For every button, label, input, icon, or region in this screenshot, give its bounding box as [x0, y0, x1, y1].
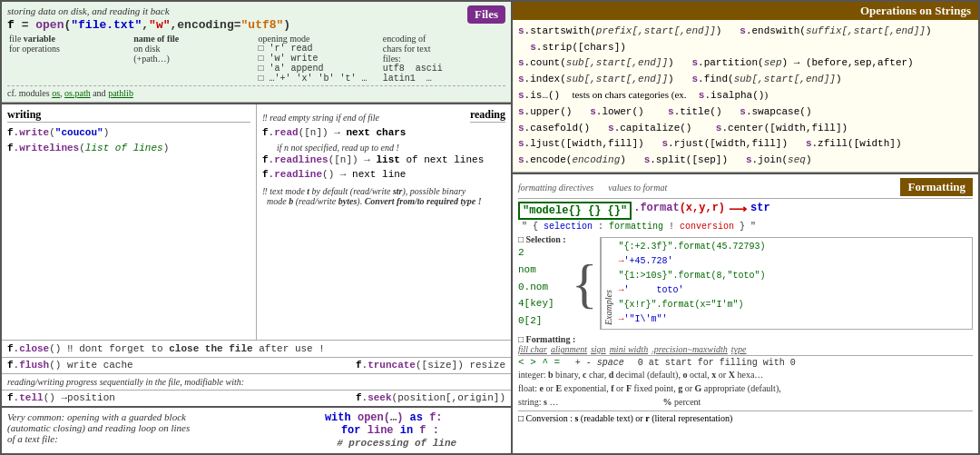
ops-line-5: s.upper() s.lower() s.title() s.swapcase…: [518, 104, 973, 121]
ops-line-1: s.startswith(prefix[,start[,end]]) s.end…: [518, 24, 973, 55]
right-panel: Operations on Strings s.startswith(prefi…: [513, 0, 980, 455]
files-intro: storing data on disk, and reading it bac…: [7, 5, 505, 16]
right-inner: Operations on Strings s.startswith(prefi…: [513, 2, 978, 453]
int-float-str: integer: b binary, c char, d decimal (de…: [518, 368, 973, 409]
ftruncate-code: f.truncate([size]) resize: [356, 360, 505, 371]
with-open-left: Very common: opening with a guarded bloc…: [2, 408, 257, 453]
fmt-directives-label: formatting directives: [518, 183, 593, 193]
ann-opening-mode: opening mode 'r' read 'w' write 'a' appe…: [257, 34, 381, 84]
fmt-model-row: "modele{} {} {}" .format (x,y,r) ⟶ str: [518, 202, 973, 220]
fseek-code: f.seek(position[,origin]): [356, 392, 505, 403]
freadlines-code: f.readlines([n]) → list of next lines: [262, 153, 505, 168]
zero-note: 0 at start for filling with 0: [638, 358, 796, 368]
writing-reading-section: writing f.write("coucou") f.writelines(l…: [2, 103, 511, 340]
ann-file-var: file variablefor operations: [7, 34, 132, 84]
ftell-code: f.tell() →position: [7, 392, 115, 403]
mini-width-label: mini width: [610, 344, 649, 354]
formatting-section: formatting directives values to format F…: [513, 174, 978, 453]
progress-note: reading/writing progress sequentially in…: [2, 373, 511, 390]
reading-col: ‼ read empty string if end of file readi…: [257, 104, 511, 340]
files-badge: Files: [467, 5, 505, 24]
freadline-code: f.readline() → next line: [262, 167, 505, 183]
fmt-model: "modele{} {} {}": [523, 204, 627, 217]
fmt-arrow: ⟶: [729, 202, 747, 217]
write-code: f.write("coucou"): [7, 125, 250, 141]
cf-modules: cf. modules os, os.path and pathlib: [7, 85, 505, 98]
text-mode-note: ‼ text mode t by default (read/write str…: [262, 186, 505, 206]
with-code: with open(…) as f: for line in f : # pro…: [262, 411, 506, 450]
fmt-ret: str: [750, 202, 770, 214]
examples-box: Examples "{:+2.3f}".format(45.72793) →'+…: [600, 237, 973, 330]
examples-content: "{:+2.3f}".format(45.72793) →'+45.728' "…: [615, 238, 769, 329]
ops-line-7: s.ljust([width,fill]) s.rjust([width,fil…: [518, 136, 973, 153]
fill-chars-row: < > ^ = + - space 0 at start for filling…: [518, 357, 973, 368]
flush-truncate-section: f.flush() write cache f.truncate([size])…: [2, 357, 511, 373]
fread-code: f.read([n]) → next chars: [262, 125, 505, 141]
fread-note: if n not specified, read up to end !: [277, 143, 505, 153]
formatting-sub: □ Formatting : fill char alignment sign …: [518, 334, 973, 423]
ops-line-3: s.index(sub[,start[,end]]) s.find(sub[,s…: [518, 72, 973, 88]
files-annotations: file variablefor operations name of file…: [7, 34, 505, 84]
ops-block: Operations on Strings s.startswith(prefi…: [513, 2, 978, 174]
progress-text: reading/writing progress sequentially in…: [7, 377, 505, 387]
ann-name-of-file: name of fileon disk(+path…): [132, 34, 256, 84]
writing-title: writing: [7, 108, 250, 123]
selection-block: □ Selection : 2nom0.nom4[key]0[2]: [518, 234, 566, 332]
ops-line-2: s.count(sub[,start[,end]]) s.partition(s…: [518, 55, 973, 72]
fmt-values-label: values to format: [608, 183, 667, 193]
ops-header: Operations on Strings: [513, 2, 978, 20]
ops-line-8: s.encode(encoding) s.split([sep]) s.join…: [518, 153, 973, 169]
type-row: fill char alignment sign mini width .pre…: [518, 344, 973, 356]
fmt-selection-line: " { selection : formatting ! conversion …: [522, 222, 973, 232]
fmt-header: Formatting: [900, 178, 973, 196]
reading-title: reading: [470, 108, 505, 123]
with-open-right: with open(…) as f: for line in f : # pro…: [257, 408, 512, 453]
type-label: type: [731, 344, 747, 354]
precision-label: .precision~maxwidth: [652, 344, 728, 354]
tell-seek-section: f.tell() →position f.seek(position[,orig…: [2, 390, 511, 406]
selection-examples: □ Selection : 2nom0.nom4[key]0[2] { Exam…: [518, 234, 973, 332]
fmt-fn: .format: [633, 202, 679, 214]
files-header: storing data on disk, and reading it bac…: [2, 2, 511, 103]
formatting-label: □ Formatting :: [518, 334, 973, 344]
alignment-label: alignment: [551, 344, 587, 354]
writelines-code: f.writelines(list of lines): [7, 141, 250, 156]
brace-icon: {: [570, 234, 600, 332]
fclose-code: f.close() ‼ dont forget to close the fil…: [7, 343, 505, 354]
selection-items: 2nom0.nom4[key]0[2]: [518, 244, 566, 329]
ops-line-4: s.is…() tests on chars categories (ex. s…: [518, 87, 973, 104]
fill-char-label: fill char: [518, 344, 547, 354]
read-empty-note: ‼ read empty string if end of file: [262, 113, 379, 123]
open-line: f = open("file.txt","w",encoding="utf8"): [7, 18, 505, 32]
ops-line-6: s.casefold() s.capitalize() s.center([wi…: [518, 121, 973, 137]
conversion-line: □ Conversion : s (readable text) or r (l…: [518, 410, 973, 423]
close-section: f.close() ‼ dont forget to close the fil…: [2, 340, 511, 357]
with-open-section: Very common: opening with a guarded bloc…: [2, 406, 511, 453]
left-panel: storing data on disk, and reading it bac…: [0, 0, 513, 455]
ops-section: s.startswith(prefix[,start[,end]]) s.end…: [513, 20, 978, 173]
ann-encoding: encoding ofchars for textfiles: utf8 asc…: [381, 34, 505, 84]
fmt-args: (x,y,r): [680, 202, 725, 214]
sign-chars: + - space: [575, 358, 624, 368]
examples-label: Examples: [601, 238, 615, 329]
sign-label: sign: [591, 344, 606, 354]
fflush-code: f.flush() write cache: [7, 360, 133, 371]
fill-chars: < > ^ =: [518, 357, 566, 368]
selection-title: □ Selection :: [518, 234, 566, 244]
writing-col: writing f.write("coucou") f.writelines(l…: [2, 104, 257, 340]
